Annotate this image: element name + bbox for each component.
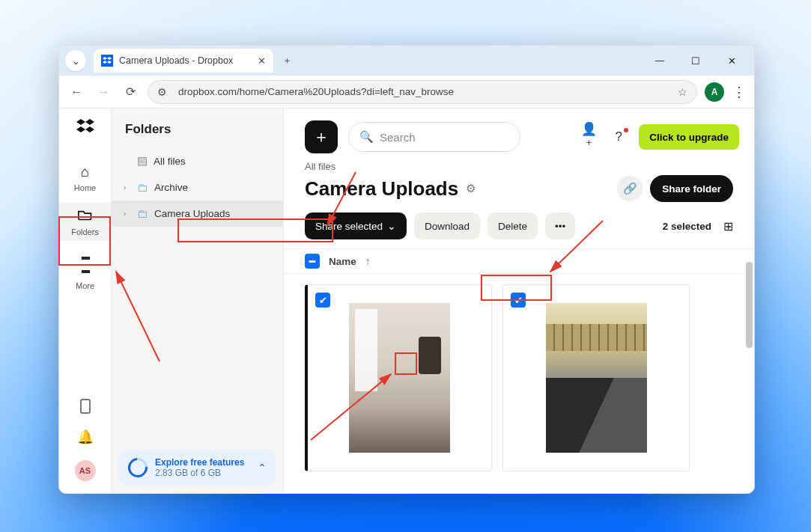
browser-window: ⌄ Camera Uploads - Dropbox ✕ ＋ — ☐ ✕ ← →… <box>58 45 755 494</box>
chevron-up-icon: ⌃ <box>258 462 267 474</box>
search-icon: 🔍 <box>359 130 374 144</box>
select-all-checkbox[interactable]: ━ <box>305 254 320 269</box>
browser-tab[interactable]: Camera Uploads - Dropbox ✕ <box>94 49 273 73</box>
upgrade-button[interactable]: Click to upgrade <box>639 124 739 150</box>
file-checkbox[interactable]: ✔ <box>315 293 330 308</box>
main-panel: ＋ 🔍 Search 👤⁺ ? Click to upgrade All fil… <box>284 108 754 493</box>
explore-banner[interactable]: Explore free features 2.83 GB of 6 GB ⌃ <box>119 450 276 486</box>
rail-home[interactable]: ⌂ Home <box>59 159 111 197</box>
folder-icon <box>78 207 93 224</box>
explore-title: Explore free features <box>155 457 244 468</box>
tree-archive[interactable]: › 🗀 Archive <box>112 174 283 201</box>
apps-grid-icon: ▪▪▪▪▪▪ <box>81 251 89 278</box>
rail-home-label: Home <box>74 183 96 192</box>
column-name[interactable]: Name <box>329 256 356 267</box>
user-avatar[interactable]: AS <box>75 460 96 481</box>
table-header: ━ Name ↑ <box>284 248 754 274</box>
download-button[interactable]: Download <box>414 213 480 239</box>
browser-menu-icon[interactable]: ⋮ <box>732 84 747 100</box>
rail-more-label: More <box>76 281 94 290</box>
chevron-right-icon: › <box>124 183 131 192</box>
app-content: ⌂ Home Folders ▪▪▪▪▪▪ More 🔔 AS Fol <box>59 108 754 493</box>
folders-panel: Folders › ▤ All files › 🗀 Archive › 🗀 Ca… <box>112 108 284 493</box>
side-rail: ⌂ Home Folders ▪▪▪▪▪▪ More 🔔 AS <box>59 108 112 493</box>
tree-archive-label: Archive <box>154 182 188 193</box>
file-card[interactable]: ✔ <box>502 284 690 471</box>
share-folder-button[interactable]: Share folder <box>650 175 733 202</box>
titlebar: ⌄ Camera Uploads - Dropbox ✕ ＋ — ☐ ✕ <box>59 46 754 76</box>
tab-close-icon[interactable]: ✕ <box>258 55 266 67</box>
home-icon: ⌂ <box>81 164 89 180</box>
delete-button[interactable]: Delete <box>487 213 538 239</box>
rail-toggle-icon[interactable] <box>80 399 91 414</box>
profile-avatar[interactable]: A <box>705 82 724 102</box>
usage-ring-icon <box>124 454 152 482</box>
rail-folders[interactable]: Folders <box>59 203 111 241</box>
more-actions-button[interactable]: ••• <box>545 213 575 239</box>
dropbox-logo-icon[interactable] <box>76 119 94 140</box>
create-button[interactable]: ＋ <box>305 120 338 153</box>
share-selected-button[interactable]: Share selected ⌄ <box>305 213 407 239</box>
bookmark-star-icon[interactable]: ☆ <box>678 86 687 98</box>
nav-reload-icon[interactable]: ⟳ <box>121 85 140 99</box>
file-checkbox[interactable]: ✔ <box>511 293 526 308</box>
top-toolbar: ＋ 🔍 Search 👤⁺ ? Click to upgrade <box>284 108 754 161</box>
folder-settings-icon[interactable]: ⚙ <box>466 182 476 195</box>
tab-title: Camera Uploads - Dropbox <box>119 55 233 66</box>
tab-search-icon[interactable]: ⌄ <box>65 50 86 71</box>
tree-all-files[interactable]: › ▤ All files <box>112 147 283 174</box>
search-placeholder: Search <box>380 131 416 144</box>
chevron-down-icon: ⌄ <box>387 220 396 232</box>
image-thumbnail <box>349 303 450 453</box>
folder-blue-icon: 🗀 <box>137 207 148 220</box>
action-row: Share selected ⌄ Download Delete ••• 2 s… <box>284 208 754 248</box>
tree-all-files-label: All files <box>154 156 186 167</box>
address-bar: ← → ⟳ ⚙ dropbox.com/home/Camera%20Upload… <box>59 76 754 108</box>
nav-back-icon[interactable]: ← <box>67 85 86 99</box>
dropbox-favicon-icon <box>101 55 113 67</box>
nav-forward-icon[interactable]: → <box>94 85 113 99</box>
all-files-icon: ▤ <box>137 154 148 168</box>
window-close-button[interactable]: ✕ <box>715 49 748 73</box>
folders-heading: Folders <box>112 108 283 147</box>
rail-folders-label: Folders <box>71 227 99 236</box>
tree-camera-uploads-label: Camera Uploads <box>154 208 230 219</box>
search-input[interactable]: 🔍 Search <box>348 122 520 152</box>
tree-camera-uploads[interactable]: › 🗀 Camera Uploads <box>112 201 283 227</box>
site-settings-icon[interactable]: ⚙ <box>157 86 171 98</box>
window-minimize-button[interactable]: — <box>643 49 676 73</box>
view-grid-icon[interactable]: ⊞ <box>723 219 733 233</box>
rail-more[interactable]: ▪▪▪▪▪▪ More <box>59 247 111 295</box>
selection-count: 2 selected <box>663 221 711 232</box>
breadcrumb[interactable]: All files <box>284 161 754 172</box>
image-thumbnail <box>546 303 647 453</box>
help-icon[interactable]: ? <box>609 129 628 144</box>
chevron-right-icon: › <box>124 210 131 218</box>
invite-icon[interactable]: 👤⁺ <box>579 121 598 153</box>
file-grid: ✔ ✔ <box>284 274 754 493</box>
folder-blue-icon: 🗀 <box>137 181 148 194</box>
copy-link-button[interactable]: 🔗 <box>617 176 643 201</box>
page-title: Camera Uploads <box>305 177 458 201</box>
url-text: dropbox.com/home/Camera%20Uploads?di=lef… <box>178 86 670 97</box>
sort-asc-icon[interactable]: ↑ <box>365 256 371 267</box>
notifications-icon[interactable]: 🔔 <box>77 429 94 445</box>
explore-usage: 2.83 GB of 6 GB <box>155 468 221 478</box>
omnibox[interactable]: ⚙ dropbox.com/home/Camera%20Uploads?di=l… <box>148 80 697 104</box>
new-tab-button[interactable]: ＋ <box>276 50 297 71</box>
window-maximize-button[interactable]: ☐ <box>679 49 712 73</box>
vertical-scrollbar[interactable] <box>745 153 753 468</box>
file-card[interactable]: ✔ <box>305 284 492 471</box>
